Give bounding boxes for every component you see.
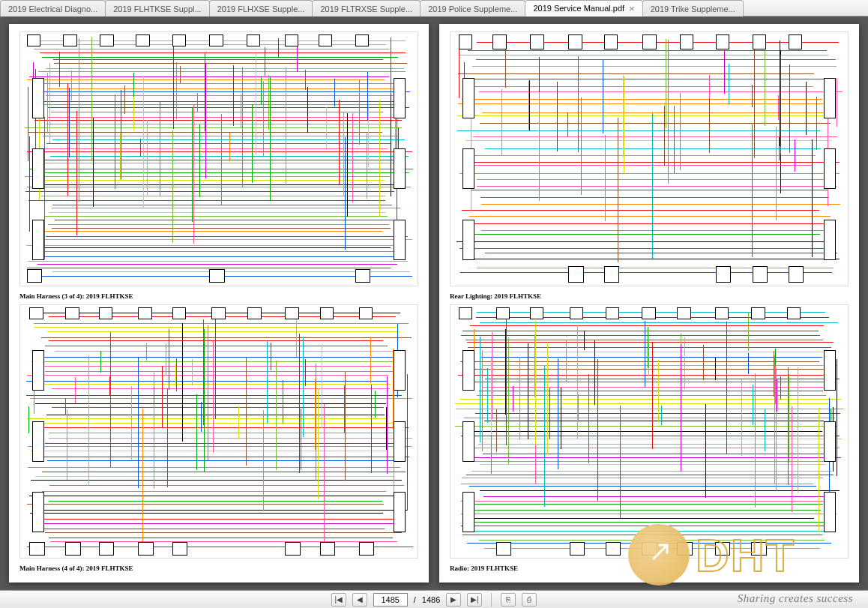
document-tab[interactable]: 2019 Police Suppleme... bbox=[420, 0, 525, 16]
divider bbox=[491, 593, 492, 607]
pdf-page-left: Main Harness (3 of 4): 2019 FLHTKSE Main… bbox=[9, 24, 429, 583]
document-tab[interactable]: 2019 Trike Suppleme... bbox=[642, 0, 744, 16]
document-tab[interactable]: 2019 FLTRXSE Supple... bbox=[312, 0, 421, 16]
next-page-button[interactable]: ▶ bbox=[446, 593, 461, 607]
diagram-caption: Main Harness (4 of 4): 2019 FLHTKSE bbox=[19, 565, 418, 572]
document-tab[interactable]: 2019 FLHXSE Supple... bbox=[209, 0, 313, 16]
page-separator: / bbox=[414, 595, 416, 604]
page-total: 1486 bbox=[422, 595, 440, 604]
wiring-diagram bbox=[19, 304, 418, 559]
tab-label: 2019 Electrical Diagno... bbox=[8, 4, 97, 13]
wiring-diagram bbox=[450, 304, 849, 559]
tab-label: 2019 Police Suppleme... bbox=[428, 4, 517, 13]
watermark-tagline: Sharing creates success bbox=[738, 592, 853, 605]
page-number-input[interactable] bbox=[373, 593, 408, 607]
wiring-diagram bbox=[450, 31, 849, 286]
document-tab[interactable]: 2019 Electrical Diagno... bbox=[0, 0, 106, 16]
close-icon[interactable]: × bbox=[629, 4, 635, 13]
pdf-viewport: Main Harness (3 of 4): 2019 FLHTKSE Main… bbox=[0, 16, 868, 590]
last-page-button[interactable]: ▶| bbox=[467, 593, 482, 607]
tab-label: 2019 FLTRXSE Supple... bbox=[320, 4, 412, 13]
tab-label: 2019 Service Manual.pdf bbox=[533, 4, 624, 13]
first-page-button[interactable]: |◀ bbox=[331, 593, 346, 607]
document-tab[interactable]: 2019 Service Manual.pdf× bbox=[525, 0, 642, 16]
pdf-page-right: Rear Lighting: 2019 FLHTKSE Radio: 2019 … bbox=[439, 24, 859, 583]
tab-label: 2019 FLHXSE Supple... bbox=[217, 4, 305, 13]
diagram-caption: Main Harness (3 of 4): 2019 FLHTKSE bbox=[19, 292, 418, 300]
document-tab[interactable]: 2019 FLHTKSE Suppl... bbox=[105, 0, 209, 16]
tab-label: 2019 Trike Suppleme... bbox=[651, 4, 735, 13]
page-view-single-icon[interactable]: ⎘ bbox=[501, 593, 516, 607]
page-view-facing-icon[interactable]: ⎙ bbox=[522, 593, 537, 607]
tab-label: 2019 FLHTKSE Suppl... bbox=[113, 4, 201, 13]
diagram-caption: Rear Lighting: 2019 FLHTKSE bbox=[450, 292, 849, 300]
prev-page-button[interactable]: ◀ bbox=[352, 593, 367, 607]
tab-bar: 2019 Electrical Diagno...2019 FLHTKSE Su… bbox=[0, 0, 868, 16]
diagram-caption: Radio: 2019 FLHTKSE bbox=[450, 565, 849, 572]
wiring-diagram bbox=[19, 31, 418, 286]
